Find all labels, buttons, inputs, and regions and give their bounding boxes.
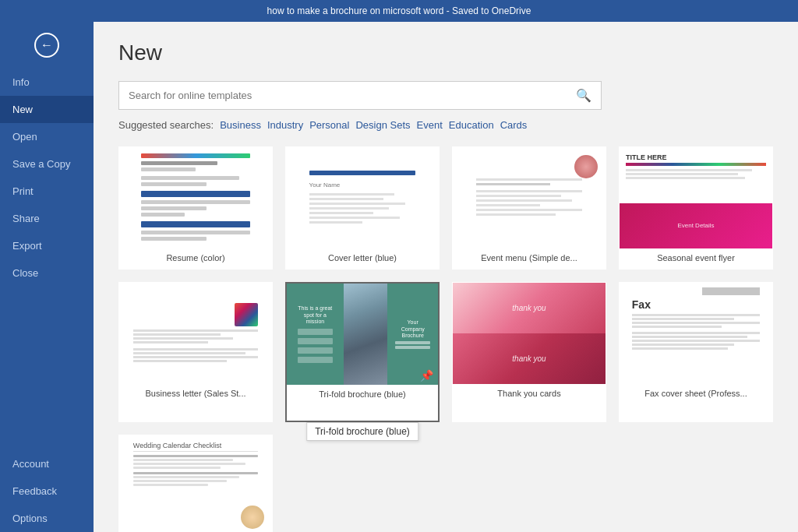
brochure-title-text: This is a greatspot for amission	[298, 305, 332, 325]
template-thumb-business	[119, 283, 272, 384]
sidebar-item-new[interactable]: New	[0, 96, 94, 123]
template-thumb-seasonal: TITLE HERE Event Details	[620, 147, 772, 248]
pin-icon: 📌	[420, 369, 433, 382]
template-label-seasonal: Seasonal event flyer	[620, 248, 772, 262]
suggested-design-sets[interactable]: Design Sets	[355, 119, 410, 131]
wedding-title: Wedding Calendar Checklist	[133, 442, 258, 452]
template-label-event: Event menu (Simple de...	[453, 248, 606, 262]
resume-preview	[135, 147, 257, 248]
brochure-tooltip: Tri-fold brochure (blue)	[306, 422, 418, 441]
back-icon: ←	[34, 33, 59, 58]
template-thumb-wedding: Wedding Calendar Checklist	[119, 435, 272, 532]
template-thumb-fax: Fax	[620, 283, 772, 384]
sidebar-item-info[interactable]: Info	[0, 69, 94, 96]
page-title: New	[118, 41, 773, 65]
template-thankyou[interactable]: thank you thank you Thank you cards	[452, 282, 606, 422]
template-resume[interactable]: Resume (color)	[118, 146, 273, 270]
template-fax[interactable]: Fax Fax cover sheet (Profess...	[619, 282, 773, 422]
template-thumb-event	[453, 147, 606, 248]
template-wedding[interactable]: Wedding Calendar Checklist Wedding Calen…	[118, 435, 273, 532]
search-button[interactable]: 🔍	[567, 82, 601, 109]
thankyou-inner: thank you thank you	[453, 283, 606, 384]
title-bar-text: how to make a brochure on microsoft word…	[267, 5, 531, 16]
content-area: New 🔍 Suggested searches: Business Indus…	[94, 22, 798, 532]
ty-bottom-text: thank you	[512, 354, 546, 363]
templates-grid: Resume (color) Your Name	[118, 146, 773, 532]
wedding-preview: Wedding Calendar Checklist	[127, 435, 264, 494]
sidebar: ← Info New Open Save a Copy Print Share …	[0, 22, 94, 532]
sidebar-item-account[interactable]: Account	[0, 450, 94, 477]
ty-bottom: thank you	[453, 333, 606, 384]
template-thumb-brochure: This is a greatspot for amission YourCom…	[287, 284, 438, 385]
brochure-inner: This is a greatspot for amission YourCom…	[287, 284, 438, 385]
fax-header-bar	[702, 287, 760, 295]
template-thumb-resume	[119, 147, 272, 248]
sidebar-divider	[0, 287, 94, 450]
suggested-business[interactable]: Business	[220, 119, 261, 131]
template-label-resume: Resume (color)	[119, 248, 272, 262]
title-bar: how to make a brochure on microsoft word…	[0, 0, 798, 22]
template-label-cover: Cover letter (blue)	[286, 248, 439, 262]
sidebar-item-share[interactable]: Share	[0, 205, 94, 232]
template-label-business: Business letter (Sales St...	[119, 384, 272, 398]
wedding-decoration	[241, 506, 264, 529]
main-layout: ← Info New Open Save a Copy Print Share …	[0, 22, 798, 532]
fax-title: Fax	[632, 298, 760, 311]
event-decoration	[574, 155, 598, 178]
template-cover-letter[interactable]: Your Name Cover letter (blue)	[285, 146, 440, 270]
sidebar-item-print[interactable]: Print	[0, 178, 94, 205]
suggested-education[interactable]: Education	[449, 119, 494, 131]
sidebar-item-options[interactable]: Options	[0, 505, 94, 532]
suggested-personal[interactable]: Personal	[309, 119, 349, 131]
template-brochure[interactable]: This is a greatspot for amission YourCom…	[285, 282, 440, 422]
suggested-label: Suggested searches:	[118, 119, 214, 131]
template-thumb-thankyou: thank you thank you	[453, 283, 606, 384]
sidebar-item-open[interactable]: Open	[0, 123, 94, 150]
suggested-cards[interactable]: Cards	[500, 119, 528, 131]
fax-preview: Fax	[627, 283, 764, 356]
sidebar-item-export[interactable]: Export	[0, 232, 94, 259]
template-thumb-cover: Your Name	[286, 147, 439, 248]
suggested-searches: Suggested searches: Business Industry Pe…	[118, 119, 773, 131]
brochure-middle	[344, 284, 388, 385]
template-label-brochure: Tri-fold brochure (blue)	[287, 385, 438, 399]
ty-top-text: thank you	[512, 304, 546, 312]
search-input[interactable]	[119, 83, 567, 107]
template-seasonal[interactable]: TITLE HERE Event Details Seasonal event …	[619, 146, 773, 270]
template-business[interactable]: Business letter (Sales St...	[118, 282, 273, 422]
template-event-menu[interactable]: Event menu (Simple de...	[452, 146, 606, 270]
brochure-left: This is a greatspot for amission	[287, 284, 344, 385]
template-label-fax: Fax cover sheet (Profess...	[620, 384, 772, 398]
sidebar-item-save-copy[interactable]: Save a Copy	[0, 150, 94, 178]
template-label-thankyou: Thank you cards	[453, 384, 606, 398]
back-button[interactable]: ←	[0, 22, 94, 69]
ty-top: thank you	[453, 283, 606, 333]
brochure-company-text: YourCompanyBrochure	[401, 319, 425, 339]
search-bar: 🔍	[118, 81, 602, 110]
suggested-event[interactable]: Event	[417, 119, 443, 131]
sidebar-item-feedback[interactable]: Feedback	[0, 477, 94, 505]
suggested-industry[interactable]: Industry	[267, 119, 303, 131]
sidebar-item-close[interactable]: Close	[0, 259, 94, 287]
